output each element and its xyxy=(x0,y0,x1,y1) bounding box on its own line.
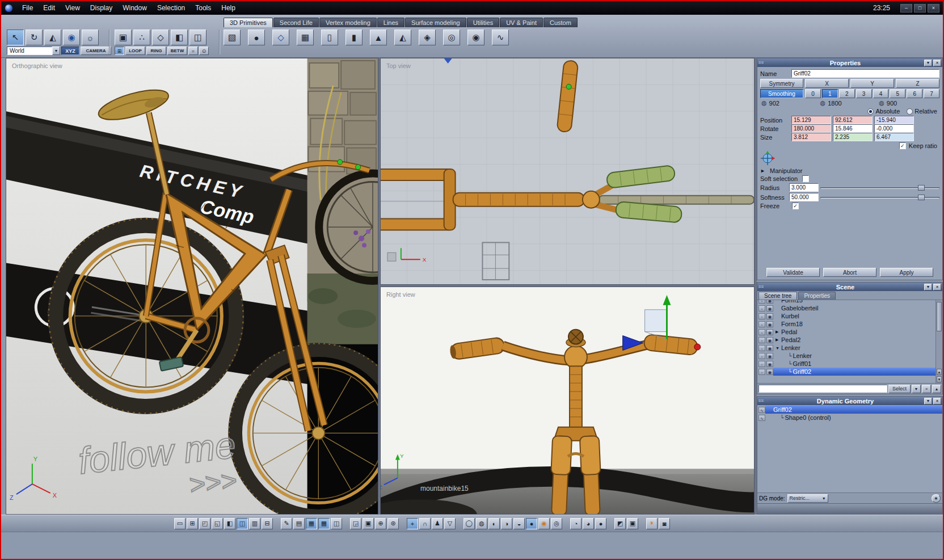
orthographic-viewport[interactable]: Orthographic view xyxy=(6,58,378,515)
item-type-icon[interactable]: ▫ xyxy=(758,361,765,367)
top-viewport[interactable]: Top view xyxy=(380,58,755,285)
select-button[interactable]: Select xyxy=(888,385,911,393)
menu-item[interactable]: Edit xyxy=(38,4,60,12)
primitive-helix-button[interactable]: ∿ xyxy=(492,30,509,45)
ribbon-tab[interactable]: Custom xyxy=(543,18,578,27)
smoothing-level-button[interactable]: 7 xyxy=(924,89,939,98)
absolute-radio[interactable] xyxy=(867,108,874,115)
world-selector[interactable]: World ▼ xyxy=(7,47,60,55)
ribbon-tab[interactable]: UV & Paint xyxy=(500,18,543,27)
shade-hidden-line-button[interactable]: ◍ xyxy=(476,518,487,529)
expand-arrow-icon[interactable]: ▶ xyxy=(776,330,781,334)
smoothing-level-button[interactable]: 6 xyxy=(907,89,922,98)
ribbon-tab[interactable]: Lines xyxy=(377,18,404,27)
value-field-z[interactable] xyxy=(874,124,914,133)
menu-item[interactable]: File xyxy=(17,4,38,12)
menu-item[interactable]: Tools xyxy=(190,4,216,12)
chevron-down-icon[interactable]: ▼ xyxy=(52,47,60,55)
select-auto-button[interactable]: ▣ xyxy=(115,30,132,45)
visibility-icon[interactable]: ◉ xyxy=(766,361,773,367)
tree-row-main[interactable]: └ Kurbel xyxy=(773,312,935,320)
dynamic-icon[interactable]: ∿ xyxy=(758,407,765,413)
primitive-facet-button[interactable]: ◇ xyxy=(272,30,289,45)
soft-selection-checkbox[interactable] xyxy=(802,175,809,182)
ribbon-tab[interactable]: Utilities xyxy=(467,18,499,27)
relative-radio[interactable] xyxy=(907,108,913,115)
axis-button[interactable]: Y xyxy=(850,79,894,88)
layout-single-button[interactable]: ▭ xyxy=(174,518,186,529)
primitive-cube-button[interactable]: ▧ xyxy=(224,30,241,45)
primitive-polyhedron-button[interactable]: ◈ xyxy=(419,30,436,45)
ring-button[interactable]: RING xyxy=(146,47,166,55)
scene-tree-row[interactable]: ▫ ◉ └ Gabeloberteil xyxy=(757,304,935,312)
item-type-icon[interactable]: ▫ xyxy=(758,369,765,375)
drop-tool-button[interactable]: ▽ xyxy=(444,518,456,529)
scroll-down-icon[interactable]: ▼ xyxy=(937,376,942,382)
shade-textured-button[interactable]: ◉ xyxy=(538,518,550,529)
grid-snap-button[interactable]: ▦ xyxy=(318,518,330,529)
menu-item[interactable]: Window xyxy=(117,4,152,12)
layout-three-top-button[interactable]: ◱ xyxy=(212,518,223,529)
panel-close-icon[interactable]: × xyxy=(933,284,941,290)
zoom-in-button[interactable]: ⊕ xyxy=(375,518,386,529)
maximize-button[interactable]: □ xyxy=(914,4,926,12)
primitive-geosphere-button[interactable]: ◉ xyxy=(467,30,484,45)
scene-tree-row[interactable]: ▫ ◉ ▼ └ Lenker xyxy=(757,344,935,352)
layout-quad-button[interactable]: ⊞ xyxy=(187,518,198,529)
primitive-capsule-button[interactable]: ▮ xyxy=(345,30,363,45)
apply-button[interactable]: Apply xyxy=(880,268,933,277)
tree-row-main[interactable]: └ Form15 xyxy=(773,300,935,304)
dg-tree-row[interactable]: ∿ └ Shape0 (control) xyxy=(757,414,942,422)
brush-tool-button[interactable]: ▤ xyxy=(293,518,305,529)
scene-tab[interactable]: Properties xyxy=(798,292,836,300)
scene-scrollbar[interactable]: ▲ ▼ xyxy=(935,300,942,383)
panel-collapse-icon[interactable]: ▼ xyxy=(924,60,932,66)
tree-row-main[interactable]: └ Lenker xyxy=(773,352,935,360)
item-type-icon[interactable]: ▫ xyxy=(758,353,765,359)
center-select-button[interactable]: ⊙ xyxy=(199,47,209,55)
item-type-icon[interactable]: ▫ xyxy=(758,345,765,351)
item-type-icon[interactable]: ▫ xyxy=(758,337,765,343)
menu-item[interactable]: Selection xyxy=(152,4,190,12)
value-field-x[interactable] xyxy=(791,124,831,133)
name-input[interactable] xyxy=(791,69,939,78)
expand-arrow-icon[interactable]: ▼ xyxy=(776,346,781,350)
camera-tool-button[interactable]: ◙ xyxy=(659,518,670,529)
item-type-icon[interactable]: ▫ xyxy=(758,300,765,304)
visibility-icon[interactable]: ◉ xyxy=(766,313,773,319)
smoothing-level-button[interactable]: 0 xyxy=(805,89,821,98)
symmetry-button[interactable]: Symmetry xyxy=(760,79,803,88)
visibility-icon[interactable]: ◉ xyxy=(766,337,773,343)
smoothing-level-button[interactable]: 2 xyxy=(839,89,855,98)
orthographic-canvas[interactable]: RITCHEY Comp R xyxy=(6,58,378,514)
axis-button[interactable]: X xyxy=(805,79,849,88)
primitive-sphere-button[interactable]: ● xyxy=(248,30,265,45)
close-button[interactable]: × xyxy=(928,4,939,12)
primitive-torus-button[interactable]: ◎ xyxy=(443,30,460,45)
visibility-icon[interactable]: ◉ xyxy=(766,305,773,311)
scene-tree-row[interactable]: ▫ ◉ └ Kurbel xyxy=(757,312,935,320)
shade-flat-lines-button[interactable]: ◑ xyxy=(501,518,512,529)
panel-collapse-icon[interactable]: ▼ xyxy=(924,398,932,405)
pages-toggle-button[interactable]: ▣ xyxy=(627,518,638,529)
primitive-grid-button[interactable]: ▦ xyxy=(297,30,314,45)
light-tool-button[interactable]: ☀ xyxy=(646,518,658,529)
ribbon-tab[interactable]: 3D Primitives xyxy=(224,18,273,27)
select-object-button[interactable]: ◫ xyxy=(189,30,206,45)
scene-tree-row[interactable]: ▫ ◉ └ Griff02 xyxy=(757,368,935,376)
visibility-icon[interactable]: ◉ xyxy=(766,353,773,359)
shade-wireframe-button[interactable]: ◯ xyxy=(463,518,475,529)
scene-filter-input[interactable] xyxy=(758,385,887,393)
world-selector-value[interactable]: World xyxy=(7,47,52,55)
quality-low-button[interactable]: ◔ xyxy=(570,518,581,529)
scene-panel-header[interactable]: ≡≡ Scene ▼ × xyxy=(757,283,942,291)
slider-thumb[interactable] xyxy=(918,195,925,200)
pen-tool-button[interactable]: ✎ xyxy=(281,518,292,529)
item-type-icon[interactable]: ▫ xyxy=(758,329,765,335)
softness-slider[interactable] xyxy=(820,194,939,201)
manipulator-point[interactable] xyxy=(694,344,701,350)
rotate-tool-button[interactable]: ↻ xyxy=(26,30,43,45)
dg-panel-header[interactable]: ≡≡ Dynamic Geometry ▼ × xyxy=(757,397,942,405)
zoom-region-button[interactable]: ⊛ xyxy=(387,518,399,529)
axis-snap-button[interactable]: + xyxy=(407,518,418,529)
